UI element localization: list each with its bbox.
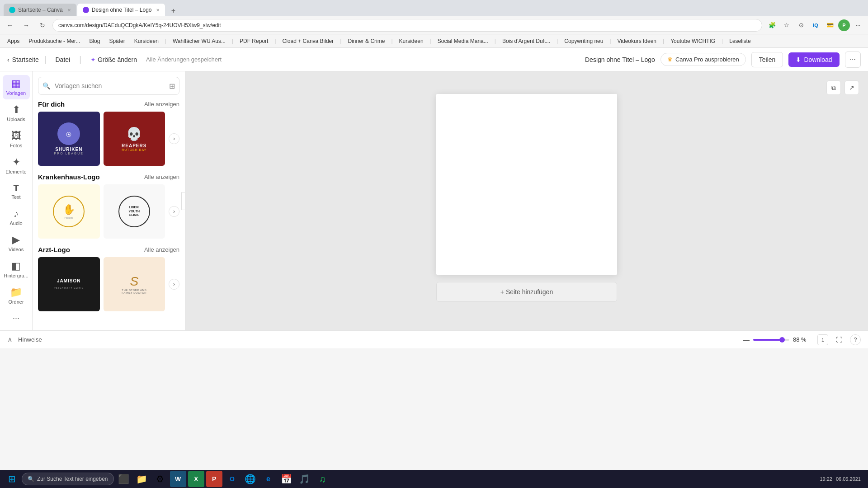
add-page-button[interactable]: + Seite hinzufügen: [436, 282, 617, 302]
sidebar-item-videos[interactable]: ▶ Videos: [3, 231, 30, 256]
bookmark-produktsuche[interactable]: Produktsuche - Mer...: [25, 37, 84, 45]
template-section-fuer-dich: Für dich Alle anzeigen ⍟ SHURIKEN PRO LE…: [38, 100, 179, 166]
taskbar-search[interactable]: 🔍 Zur Suche Text hier eingeben: [22, 473, 114, 485]
taskbar-chrome[interactable]: 🌐: [242, 471, 259, 487]
section-arzt-arrow[interactable]: ›: [169, 279, 179, 290]
page-number: 1: [821, 337, 824, 343]
file-menu-button[interactable]: Datei: [52, 54, 74, 65]
sidebar-item-text[interactable]: T Text: [3, 180, 30, 203]
canvas-area[interactable]: ⧉ ↗ + Seite hinzufügen: [185, 71, 868, 330]
pro-button[interactable]: ♛ Canva Pro ausprobieren: [660, 53, 746, 66]
panel-collapse-handle[interactable]: ‹: [181, 192, 185, 210]
ordner-label: Ordner: [8, 299, 24, 305]
profile-button[interactable]: P: [838, 19, 850, 31]
template-thumb-hospital2[interactable]: LIBERIYOUTHCLINIC: [104, 184, 165, 239]
bookmark-wahlfaecher[interactable]: Wahlfächer WU Aus...: [169, 37, 229, 45]
wallet-button[interactable]: 💳: [824, 19, 836, 32]
taskbar-word[interactable]: W: [170, 471, 186, 487]
share-button[interactable]: Teilen: [751, 52, 783, 67]
sidebar-item-uploads[interactable]: ⬆ Uploads: [3, 101, 30, 126]
sidebar-more-button[interactable]: ···: [9, 310, 23, 327]
sidebar-item-ordner[interactable]: 📁 Ordner: [3, 284, 30, 308]
sidebar-item-fotos[interactable]: 🖼 Fotos: [3, 127, 30, 152]
taskbar-outlook[interactable]: O: [224, 471, 241, 487]
hints-expand-icon[interactable]: ∧: [7, 335, 13, 344]
bookmark-sep6: |: [430, 38, 431, 44]
extensions-button[interactable]: 🧩: [766, 19, 778, 32]
taskbar-windows-button[interactable]: ⊞: [4, 471, 20, 487]
canvas-share-button[interactable]: ↗: [844, 80, 859, 95]
bookmark-cload[interactable]: Cload + Canva Bilder: [279, 37, 338, 45]
template-thumb-doctor1[interactable]: JAMISONPSYCHIATRY CLINIC: [38, 257, 100, 311]
bookmark-bois[interactable]: Bois d'Argent Duft...: [499, 37, 554, 45]
sidebar-item-audio[interactable]: ♪ Audio: [3, 205, 30, 230]
sidebar-item-vorlagen[interactable]: ▦ Vorlagen: [3, 75, 30, 99]
section-krankenhaus-arrow[interactable]: ›: [169, 206, 179, 217]
bookmark-dinner[interactable]: Dinner & Crime: [344, 37, 388, 45]
taskbar-spotify[interactable]: ♫: [315, 471, 331, 487]
copy-icon: ⧉: [831, 84, 836, 92]
download-button[interactable]: ⬇ Download: [788, 52, 839, 67]
home-label: Startseite: [12, 56, 39, 63]
zoom-minus-icon[interactable]: —: [743, 336, 750, 343]
template-thumb-doctor2[interactable]: S THE STODD ANDFAMILY DOCTOR: [104, 257, 165, 311]
tab-startseite-close[interactable]: ✕: [67, 8, 71, 13]
bookmark-spaeter[interactable]: Später: [105, 37, 128, 45]
bookmark-kursideen1[interactable]: Kursideen: [131, 37, 162, 45]
bookmark-sep1: |: [165, 38, 166, 44]
taskbar-calendar[interactable]: 📅: [278, 471, 295, 487]
address-bar[interactable]: canva.com/design/DAEduQCDgkA/KeIY5q-24UO…: [52, 19, 762, 32]
settings-button[interactable]: ···: [852, 19, 864, 32]
collection-button[interactable]: ⊙: [795, 19, 807, 32]
taskbar-media[interactable]: 🎵: [297, 471, 313, 487]
taskbar-powerpoint[interactable]: P: [206, 471, 222, 487]
taskbar-excel[interactable]: X: [188, 471, 204, 487]
filter-icon[interactable]: ⊞: [169, 82, 175, 90]
taskbar-explorer[interactable]: 📁: [134, 471, 150, 487]
bookmark-social[interactable]: Social Media Mana...: [434, 37, 492, 45]
refresh-button[interactable]: ↻: [36, 19, 49, 32]
bookmark-copywriting[interactable]: Copywriting neu: [561, 37, 607, 45]
resize-button[interactable]: ✦ Größe ändern: [87, 54, 141, 65]
taskbar-settings[interactable]: ⚙: [152, 471, 168, 487]
iq-button[interactable]: IQ: [809, 19, 822, 32]
template-thumb-shuriken[interactable]: ⍟ SHURIKEN PRO LEAGUE: [38, 112, 100, 166]
bookmark-youtube[interactable]: Youtube WICHTIG: [667, 37, 719, 45]
home-button[interactable]: ‹ Startseite: [7, 56, 39, 63]
bookmark-sep11: |: [722, 38, 723, 44]
bookmark-leseliste[interactable]: Leseliste: [726, 37, 754, 45]
search-container: 🔍 ⊞: [38, 77, 179, 95]
tab-design-close[interactable]: ✕: [156, 8, 160, 13]
zoom-slider[interactable]: [753, 339, 789, 341]
tab-startseite[interactable]: Startseite – Canva ✕: [4, 4, 76, 16]
bookmark-apps[interactable]: Apps: [4, 37, 23, 45]
bookmark-pdf[interactable]: PDF Report: [236, 37, 272, 45]
help-button[interactable]: ?: [850, 334, 861, 345]
sidebar-item-hintergrund[interactable]: ◧ Hintergru...: [3, 258, 30, 282]
template-thumb-hospital1[interactable]: ✋ Pediatric: [38, 184, 100, 239]
taskbar-edge[interactable]: e: [260, 471, 277, 487]
section-arzt-link[interactable]: Alle anzeigen: [144, 246, 179, 253]
bookmarks-bar: Apps Produktsuche - Mer... Blog Später K…: [0, 34, 868, 48]
section-fuer-dich-arrow[interactable]: ›: [169, 133, 179, 144]
fullscreen-button[interactable]: ⛶: [834, 334, 844, 345]
section-krankenhaus-link[interactable]: Alle anzeigen: [144, 174, 179, 180]
canvas-copy-button[interactable]: ⧉: [826, 80, 841, 95]
page-indicator[interactable]: 1: [817, 334, 828, 345]
favorites-button[interactable]: ☆: [780, 19, 793, 32]
new-tab-button[interactable]: +: [168, 5, 179, 16]
taskbar-taskview[interactable]: ⬛: [116, 471, 132, 487]
bookmark-videokurs-label: Videokurs Ideen: [618, 38, 657, 44]
search-input[interactable]: [38, 77, 179, 95]
more-options-button[interactable]: ···: [845, 52, 861, 68]
section-fuer-dich-link[interactable]: Alle anzeigen: [144, 101, 179, 108]
template-thumb-reapers[interactable]: 💀 REAPERS RUTGER BAY: [104, 112, 165, 166]
bookmark-videokurs[interactable]: Videokurs Ideen: [614, 37, 660, 45]
forward-button[interactable]: →: [20, 19, 33, 32]
back-button[interactable]: ←: [4, 19, 16, 32]
zoom-slider-thumb[interactable]: [779, 337, 785, 343]
tab-design[interactable]: Design ohne Titel – Logo ✕: [77, 4, 165, 16]
bookmark-blog[interactable]: Blog: [85, 37, 104, 45]
sidebar-item-elemente[interactable]: ✦ Elemente: [3, 154, 30, 178]
bookmark-kursideen2[interactable]: Kursideen: [396, 37, 427, 45]
